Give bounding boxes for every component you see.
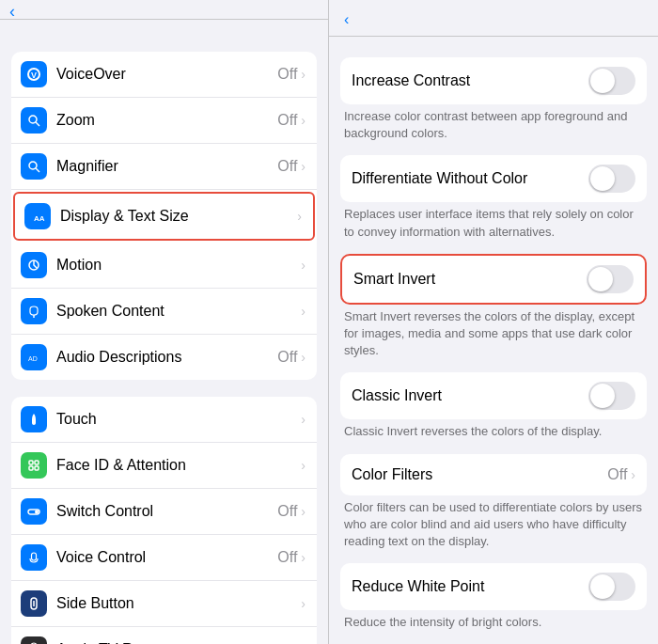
increase-contrast-description: Increase color contrast between app fore… [329,104,658,149]
right-item-differentiate-without-color[interactable]: Differentiate Without Color [340,155,647,202]
accessibility-back-button[interactable]: ‹ [344,11,349,28]
smart-invert-label: Smart Invert [353,271,587,288]
right-item-increase-contrast[interactable]: Increase Contrast [340,57,647,104]
face-id-icon [21,452,47,479]
zoom-icon [21,107,47,134]
magnifier-icon [21,153,47,180]
smart-invert-toggle-knob [588,267,613,291]
switch-control-icon [21,498,47,525]
right-wrapper-increase-contrast: Increase Contrast Increase color contras… [329,57,658,149]
left-scroll-area: V VoiceOver Off › Zoom Off › Magnifier O… [0,20,328,644]
voiceover-chevron-icon: › [301,67,306,82]
differentiate-without-color-description: Replaces user interface items that rely … [329,202,658,247]
svg-point-4 [29,162,37,169]
motion-label: Motion [56,257,301,274]
svg-line-5 [36,168,39,172]
smart-invert-toggle[interactable] [587,265,634,293]
increase-contrast-toggle[interactable] [588,67,635,95]
audio-descriptions-value: Off [277,349,297,366]
vision-section-header [0,39,328,48]
left-item-side-button[interactable]: Side Button › [11,581,317,627]
left-item-voice-control[interactable]: Voice Control Off › [11,535,317,581]
classic-invert-description: Classic Invert reverses the colors of th… [329,419,658,448]
left-item-face-id[interactable]: Face ID & Attention › [11,443,317,489]
right-wrapper-color-filters: Color Filters Off › Color filters can be… [329,454,658,558]
svg-rect-13 [35,466,39,470]
right-top-description [329,40,658,52]
left-item-magnifier[interactable]: Magnifier Off › [11,144,317,190]
left-item-zoom[interactable]: Zoom Off › [11,98,317,144]
zoom-chevron-icon: › [301,113,306,128]
svg-point-2 [29,116,37,123]
spoken-content-icon [21,298,47,324]
svg-text:AD: AD [28,355,38,362]
svg-rect-12 [29,466,33,470]
left-item-audio-descriptions[interactable]: AD Audio Descriptions Off › [11,335,317,380]
color-filters-description: Color filters can be used to differentia… [329,495,658,558]
left-item-touch[interactable]: Touch › [11,397,317,443]
side-button-chevron-icon: › [301,596,306,611]
svg-text:AA: AA [34,214,45,223]
side-button-label: Side Button [56,595,301,612]
increase-contrast-toggle-knob [590,69,615,93]
differentiate-without-color-label: Differentiate Without Color [352,170,588,187]
spoken-content-chevron-icon: › [301,304,306,319]
left-nav-header: ‹ [0,0,328,20]
back-chevron-icon: ‹ [9,2,15,22]
right-panel: ‹ Increase Contrast Increase color contr… [329,0,658,644]
right-nav-header: ‹ [329,0,658,37]
left-item-voiceover[interactable]: V VoiceOver Off › [11,52,317,98]
display-text-size-chevron-icon: › [297,209,302,224]
voice-control-value: Off [277,549,297,566]
classic-invert-label: Classic Invert [352,387,588,404]
reduce-white-point-label: Reduce White Point [352,578,588,595]
svg-line-3 [36,122,39,126]
color-filters-label: Color Filters [352,466,607,483]
increase-contrast-label: Increase Contrast [352,72,588,89]
physical-list-group: Touch › Face ID & Attention › Switch Con… [11,397,317,644]
right-wrapper-reduce-white-point: Reduce White Point Reduce the intensity … [329,563,658,638]
side-button-icon [21,590,47,617]
voice-control-label: Voice Control [56,549,277,566]
switch-control-value: Off [277,503,297,520]
classic-invert-toggle[interactable] [588,382,635,410]
left-item-motion[interactable]: Motion › [11,243,317,289]
magnifier-value: Off [277,158,297,175]
left-item-display-text-size[interactable]: AA Display & Text Size › [13,192,315,241]
reduce-white-point-description: Reduce the intensity of bright colors. [329,610,658,638]
right-item-reduce-white-point[interactable]: Reduce White Point [340,563,647,610]
left-item-switch-control[interactable]: Switch Control Off › [11,489,317,535]
voiceover-value: Off [277,66,297,83]
right-item-smart-invert[interactable]: Smart Invert [340,254,647,305]
differentiate-without-color-toggle[interactable] [588,165,635,193]
switch-control-label: Switch Control [56,503,277,520]
right-items-container: Increase Contrast Increase color contras… [329,52,658,644]
voice-control-chevron-icon: › [301,550,306,565]
audio-descriptions-label: Audio Descriptions [56,349,277,366]
display-text-size-icon: AA [24,203,51,229]
svg-text:V: V [31,71,37,80]
right-item-color-filters[interactable]: Color Filters Off › [340,454,647,495]
switch-control-chevron-icon: › [301,504,306,519]
right-wrapper-classic-invert: Classic Invert Classic Invert reverses t… [329,372,658,448]
voiceover-label: VoiceOver [56,66,277,83]
right-item-classic-invert[interactable]: Classic Invert [340,372,647,419]
classic-invert-toggle-knob [590,384,615,408]
smart-invert-description: Smart Invert reverses the colors of the … [329,305,658,368]
right-wrapper-differentiate-without-color: Differentiate Without Color Replaces use… [329,155,658,247]
reduce-white-point-toggle[interactable] [588,573,635,601]
face-id-label: Face ID & Attention [56,457,301,474]
touch-label: Touch [56,411,301,428]
face-id-chevron-icon: › [301,458,306,473]
motion-chevron-icon: › [301,258,306,273]
apple-tv-remote-icon [21,636,47,644]
left-item-apple-tv-remote[interactable]: Apple TV Remote › [11,627,317,644]
voice-control-icon [21,544,47,571]
left-item-spoken-content[interactable]: Spoken Content › [11,289,317,335]
right-wrapper-smart-invert: Smart Invert Smart Invert reverses the c… [329,254,658,368]
settings-back-button[interactable]: ‹ [9,2,18,22]
audio-descriptions-icon: AD [21,344,47,370]
magnifier-label: Magnifier [56,158,277,175]
spoken-content-label: Spoken Content [56,303,301,320]
svg-rect-11 [35,461,39,464]
